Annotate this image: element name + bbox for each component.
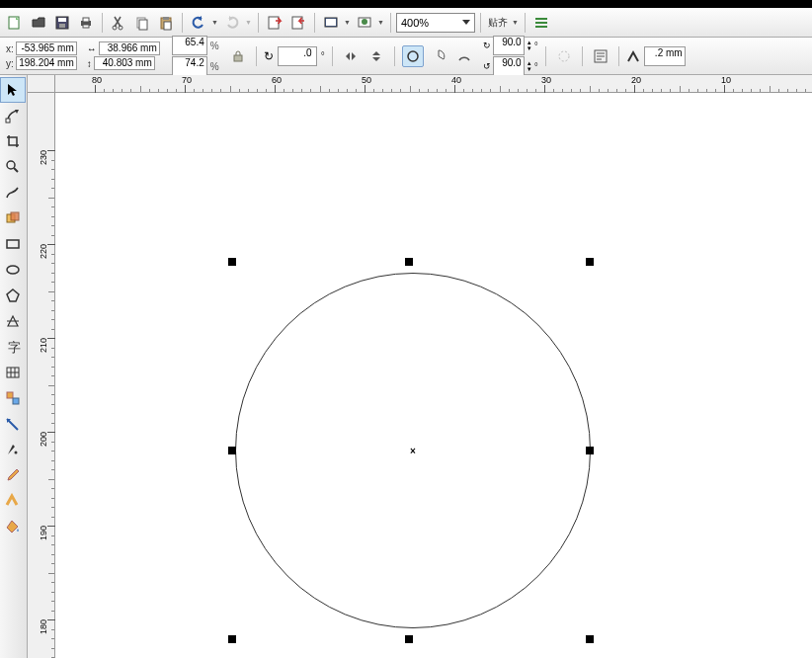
wrap-text-icon[interactable] [590,45,611,67]
redo-dropdown-icon[interactable]: ▼ [245,19,253,26]
outline-width-input[interactable]: .2 mm [644,46,686,66]
svg-rect-10 [139,20,147,30]
crop-tool[interactable] [0,128,26,154]
pick-tool[interactable] [0,77,26,103]
eyedropper-tool[interactable] [0,462,26,488]
mirror-v-icon[interactable] [365,45,387,67]
selection-handle[interactable] [586,447,594,454]
shape-tool[interactable] [0,103,26,128]
selection-handle[interactable] [586,258,594,266]
lock-aspect-icon[interactable] [227,45,249,67]
arc-start-input[interactable]: 90.0 [493,36,525,55]
zoom-value: 400% [401,17,429,29]
import-icon[interactable] [264,12,285,34]
ruler-horizontal[interactable]: 8070605040302010 [55,75,812,93]
height-icon: ↕ [87,58,92,69]
cut-icon[interactable] [108,12,129,34]
width-input[interactable]: 38.966 mm [99,41,160,55]
separator [182,13,183,33]
percent-sign: % [209,61,219,72]
separator [256,46,257,66]
swap-arc-icon[interactable] [553,45,575,67]
separator [332,46,333,66]
scale-x-input[interactable]: 65.4 [172,36,207,55]
new-icon[interactable] [4,12,26,34]
arc-end-input[interactable]: 90.0 [493,56,525,76]
selection-handle[interactable] [586,635,594,643]
dimension-tool[interactable] [0,385,26,411]
degree-symbol: ° [534,61,538,72]
percent-sign: % [209,41,219,51]
fill-tool[interactable] [0,514,26,539]
paste-icon[interactable] [155,12,177,34]
rotation-input[interactable]: .0 [278,46,317,66]
svg-text:字: 字 [8,340,21,355]
publish-dropdown-icon[interactable]: ▼ [377,19,385,26]
separator [102,13,103,33]
rectangle-tool[interactable] [0,231,26,257]
svg-point-29 [7,266,19,274]
arc-end-icon: ↺ [483,61,491,71]
interactive-tool[interactable] [0,437,26,462]
basic-shapes-tool[interactable] [0,308,26,334]
y-label: y: [6,58,14,69]
svg-point-22 [559,51,569,61]
fullscreen-icon[interactable] [320,12,342,34]
ellipse-tool[interactable] [0,257,26,283]
svg-rect-3 [59,24,65,28]
copy-icon[interactable] [131,12,153,34]
redo-icon[interactable] [221,12,243,34]
scale-y-input[interactable]: 74.2 [172,56,207,76]
freehand-tool[interactable] [0,180,26,206]
svg-rect-5 [83,18,89,22]
height-input[interactable]: 40.803 mm [94,56,155,70]
outline-tool[interactable] [0,488,26,514]
svg-rect-32 [7,392,13,398]
open-icon[interactable] [28,12,49,34]
print-icon[interactable] [75,12,97,34]
selection-handle[interactable] [228,447,236,454]
text-tool[interactable]: 字 [0,334,26,360]
polygon-tool[interactable] [0,283,26,308]
selection-handle[interactable] [228,258,236,266]
selection-handle[interactable] [405,258,413,266]
drawing-area[interactable]: × [55,93,812,658]
options-icon[interactable] [530,12,552,34]
arc-start-icon: ↻ [483,41,491,50]
spinner-icon[interactable]: ▲▼ [527,60,532,72]
pie-type-icon[interactable] [428,45,449,67]
snap-dropdown-icon[interactable]: ▼ [512,19,520,26]
undo-dropdown-icon[interactable]: ▼ [211,19,219,26]
fullscreen-dropdown-icon[interactable]: ▼ [344,19,352,26]
ruler-vertical[interactable]: 230220210200190180 [28,93,55,658]
x-input[interactable]: -53.965 mm [16,41,77,55]
mirror-h-icon[interactable] [340,45,362,67]
arc-type-icon[interactable] [453,45,475,67]
connector-tool[interactable] [0,411,26,437]
svg-rect-20 [234,55,242,61]
undo-icon[interactable] [188,12,209,34]
size-group: ↔ 38.966 mm ↕ 40.803 mm [87,41,160,70]
selection-handle[interactable] [405,635,413,643]
export-icon[interactable] [287,12,309,34]
position-group: x: -53.965 mm y: 198.204 mm [6,41,77,70]
publish-icon[interactable] [354,12,375,34]
svg-point-19 [362,19,367,25]
svg-rect-27 [11,212,19,220]
zoom-combo[interactable]: 400% [396,13,475,33]
snap-label[interactable]: 贴齐 [486,16,510,30]
selection-handle[interactable] [228,635,236,643]
table-tool[interactable] [0,360,26,385]
save-icon[interactable] [51,12,73,34]
svg-rect-17 [326,19,336,26]
scale-group: 65.4 % 74.2 % [172,36,219,76]
y-input[interactable]: 198.204 mm [16,56,77,70]
ruler-corner[interactable] [28,75,55,93]
spinner-icon[interactable]: ▲▼ [527,40,532,51]
smart-fill-tool[interactable] [0,206,26,231]
main-area: 字 8070605040302010 230220210200190180 × [0,75,812,658]
separator [258,13,259,33]
ellipse-type-icon[interactable] [402,45,424,67]
svg-point-21 [408,51,418,61]
zoom-tool[interactable] [0,154,26,180]
